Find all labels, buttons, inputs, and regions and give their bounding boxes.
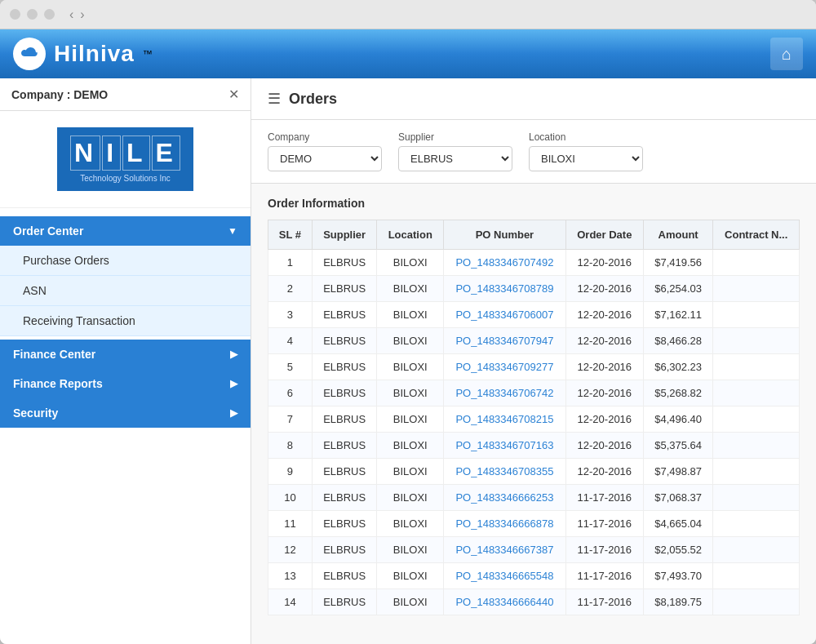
cell-po: PO_1483346665548 — [444, 563, 566, 589]
cell-supplier: ELBRUS — [312, 433, 377, 459]
company-close-button[interactable]: ✕ — [228, 87, 239, 102]
close-btn[interactable] — [10, 9, 20, 20]
home-icon: ⌂ — [782, 45, 792, 64]
location-filter-group: Location BILOXI — [529, 131, 643, 171]
col-po-number: PO Number — [444, 220, 566, 250]
po-link[interactable]: PO_1483346708215 — [455, 413, 553, 425]
cell-supplier: ELBRUS — [312, 354, 377, 380]
logo-area: Hilniva™ — [13, 38, 153, 70]
sidebar: Company : DEMO ✕ N I L E Technology Solu… — [0, 78, 251, 644]
cell-location: BILOXI — [377, 380, 444, 406]
po-link[interactable]: PO_1483346707492 — [455, 256, 553, 269]
cell-location: BILOXI — [377, 276, 444, 302]
cell-contract — [713, 511, 800, 537]
col-supplier: Supplier — [312, 220, 377, 250]
cell-contract — [713, 380, 800, 406]
nile-text: N I L E — [70, 135, 180, 171]
table-section: Order Information SL # Supplier Location… — [251, 184, 816, 628]
cell-date: 12-20-2016 — [565, 250, 643, 276]
cell-sl: 11 — [268, 511, 313, 537]
po-link[interactable]: PO_1483346708789 — [455, 282, 553, 295]
sidebar-item-purchase-orders[interactable]: Purchase Orders — [0, 246, 251, 276]
cell-supplier: ELBRUS — [312, 563, 377, 589]
home-button[interactable]: ⌂ — [770, 38, 803, 70]
cell-supplier: ELBRUS — [312, 328, 377, 354]
cell-date: 12-20-2016 — [565, 380, 643, 406]
sidebar-item-order-center[interactable]: Order Center ▼ — [0, 216, 251, 246]
po-link[interactable]: PO_1483346667387 — [455, 544, 553, 556]
cell-supplier: ELBRUS — [312, 380, 377, 406]
minimize-btn[interactable] — [27, 9, 38, 20]
cell-po: PO_1483346667387 — [444, 537, 566, 563]
cell-supplier: ELBRUS — [312, 250, 377, 276]
po-link[interactable]: PO_1483346666440 — [455, 596, 553, 608]
cell-sl: 9 — [268, 459, 313, 485]
cell-amount: $6,254.03 — [643, 276, 712, 302]
cell-location: BILOXI — [377, 433, 444, 459]
cell-contract — [713, 406, 800, 433]
cell-contract — [713, 328, 800, 354]
cell-contract — [713, 485, 800, 511]
cell-contract — [713, 433, 800, 459]
security-label: Security — [13, 406, 58, 420]
sidebar-item-receiving-transaction[interactable]: Receiving Transaction — [0, 306, 251, 336]
filters-bar: Company DEMO Supplier ELBRUS Location BI… — [251, 120, 816, 184]
cell-location: BILOXI — [377, 563, 444, 589]
finance-reports-label: Finance Reports — [13, 377, 103, 390]
cell-date: 11-17-2016 — [565, 537, 643, 563]
forward-button[interactable]: › — [78, 7, 86, 22]
cell-date: 12-20-2016 — [565, 354, 643, 380]
cell-location: BILOXI — [377, 511, 444, 537]
cell-supplier: ELBRUS — [312, 276, 377, 302]
company-filter-label: Company — [268, 131, 382, 143]
orders-table: SL # Supplier Location PO Number Order D… — [268, 220, 800, 615]
cell-po: PO_1483346666878 — [444, 511, 566, 537]
col-contract: Contract N... — [713, 220, 800, 250]
main-layout: Company : DEMO ✕ N I L E Technology Solu… — [0, 78, 816, 644]
cell-supplier: ELBRUS — [312, 589, 377, 615]
company-bar: Company : DEMO ✕ — [0, 78, 251, 111]
col-sl: SL # — [268, 220, 313, 250]
cell-location: BILOXI — [377, 406, 444, 433]
cell-date: 11-17-2016 — [565, 589, 643, 615]
po-link[interactable]: PO_1483346707947 — [455, 335, 553, 347]
sidebar-item-finance-center[interactable]: Finance Center ▶ — [0, 340, 251, 369]
table-row: 7 ELBRUS BILOXI PO_1483346708215 12-20-2… — [268, 406, 800, 433]
nile-subtitle: Technology Solutions Inc — [80, 174, 171, 183]
po-link[interactable]: PO_1483346709277 — [455, 361, 553, 373]
location-select[interactable]: BILOXI — [529, 146, 643, 171]
sidebar-item-asn[interactable]: ASN — [0, 276, 251, 306]
cell-sl: 10 — [268, 485, 313, 511]
company-select[interactable]: DEMO — [268, 146, 382, 171]
cell-amount: $7,419.56 — [643, 250, 712, 276]
table-row: 2 ELBRUS BILOXI PO_1483346708789 12-20-2… — [268, 276, 800, 302]
back-button[interactable]: ‹ — [68, 7, 75, 22]
table-row: 11 ELBRUS BILOXI PO_1483346666878 11-17-… — [268, 511, 800, 537]
cell-amount: $5,375.64 — [643, 433, 712, 459]
cell-po: PO_1483346708355 — [444, 459, 566, 485]
content-area: ☰ Orders Company DEMO Supplier ELBRUS — [251, 78, 816, 644]
po-link[interactable]: PO_1483346666878 — [455, 517, 553, 530]
supplier-select[interactable]: ELBRUS — [398, 146, 512, 171]
po-link[interactable]: PO_1483346665548 — [455, 570, 553, 582]
po-link[interactable]: PO_1483346666253 — [455, 491, 553, 504]
cell-amount: $5,268.82 — [643, 380, 712, 406]
po-link[interactable]: PO_1483346707163 — [455, 439, 553, 451]
cell-location: BILOXI — [377, 537, 444, 563]
po-link[interactable]: PO_1483346706007 — [455, 309, 553, 321]
cell-location: BILOXI — [377, 328, 444, 354]
sidebar-item-security[interactable]: Security ▶ — [0, 398, 251, 428]
cell-supplier: ELBRUS — [312, 511, 377, 537]
table-row: 12 ELBRUS BILOXI PO_1483346667387 11-17-… — [268, 537, 800, 563]
table-row: 5 ELBRUS BILOXI PO_1483346709277 12-20-2… — [268, 354, 800, 380]
cell-sl: 4 — [268, 328, 313, 354]
po-link[interactable]: PO_1483346708355 — [455, 465, 553, 477]
cell-contract — [713, 302, 800, 328]
nav-menu: Order Center ▼ Purchase Orders ASN Recei… — [0, 208, 251, 644]
cell-amount: $7,162.11 — [643, 302, 712, 328]
sidebar-item-finance-reports[interactable]: Finance Reports ▶ — [0, 369, 251, 398]
cell-amount: $4,665.04 — [643, 511, 712, 537]
maximize-btn[interactable] — [44, 9, 55, 20]
po-link[interactable]: PO_1483346706742 — [455, 387, 553, 399]
cell-po: PO_1483346707163 — [444, 433, 566, 459]
